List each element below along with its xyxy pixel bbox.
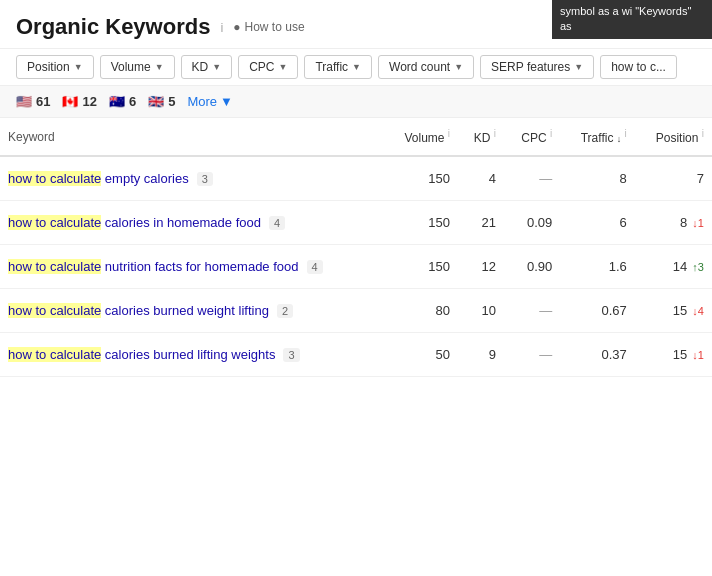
keywords-table-container: Keyword Volume i KD i CPC i Traffic ↓ — [0, 118, 712, 377]
word-count-badge: 3 — [197, 172, 213, 186]
filters-row: Position ▼ Volume ▼ KD ▼ CPC ▼ Traffic ▼… — [0, 48, 712, 86]
keyword-plain: calories burned lifting weights — [101, 347, 275, 362]
us-count: 61 — [36, 94, 50, 109]
flag-gb[interactable]: 🇬🇧 5 — [148, 94, 175, 109]
keyword-plain: empty calories — [101, 171, 188, 186]
chevron-down-icon: ▼ — [212, 62, 221, 72]
ca-flag-icon: 🇨🇦 — [62, 94, 78, 109]
info-icon: i — [550, 128, 552, 139]
filter-position[interactable]: Position ▼ — [16, 55, 94, 79]
more-label: More — [187, 94, 217, 109]
kd-cell: 12 — [458, 245, 504, 289]
keywords-table: Keyword Volume i KD i CPC i Traffic ↓ — [0, 118, 712, 377]
keyword-highlight: how to calculate — [8, 259, 101, 274]
how-to-use-label: How to use — [245, 20, 305, 34]
col-keyword: Keyword — [0, 118, 384, 156]
gb-flag-icon: 🇬🇧 — [148, 94, 164, 109]
sort-desc-icon: ↓ — [617, 134, 622, 144]
col-position: Position i — [635, 118, 712, 156]
filter-traffic[interactable]: Traffic ▼ — [304, 55, 372, 79]
more-button[interactable]: More ▼ — [187, 94, 233, 109]
filter-serp-features[interactable]: SERP features ▼ — [480, 55, 594, 79]
word-count-badge: 4 — [269, 216, 285, 230]
keyword-cell: how to calculate calories burned lifting… — [0, 333, 384, 377]
chevron-down-icon: ▼ — [155, 62, 164, 72]
position-change: ↓4 — [689, 305, 704, 317]
us-flag-icon: 🇺🇸 — [16, 94, 32, 109]
keyword-link[interactable]: how to calculate nutrition facts for hom… — [8, 259, 299, 274]
word-count-badge: 4 — [307, 260, 323, 274]
keyword-link[interactable]: how to calculate calories burned weight … — [8, 303, 269, 318]
position-change: ↓1 — [689, 217, 704, 229]
position-cell: 14 ↑3 — [635, 245, 712, 289]
page-title: Organic Keywords — [16, 14, 210, 40]
filter-how-to[interactable]: how to c... — [600, 55, 677, 79]
filter-serp-label: SERP features — [491, 60, 570, 74]
col-volume: Volume i — [384, 118, 458, 156]
traffic-cell: 8 — [560, 156, 635, 201]
filter-cpc-label: CPC — [249, 60, 274, 74]
flag-us[interactable]: 🇺🇸 61 — [16, 94, 50, 109]
how-to-use-link[interactable]: ● How to use — [233, 20, 304, 34]
word-count-badge: 3 — [283, 348, 299, 362]
filter-kd-label: KD — [192, 60, 209, 74]
table-row: how to calculate calories burned lifting… — [0, 333, 712, 377]
col-cpc: CPC i — [504, 118, 560, 156]
col-kd: KD i — [458, 118, 504, 156]
info-icon: i — [448, 128, 450, 139]
position-number: 7 — [697, 171, 704, 186]
filter-word-count[interactable]: Word count ▼ — [378, 55, 474, 79]
flag-au[interactable]: 🇦🇺 6 — [109, 94, 136, 109]
keyword-cell: how to calculate calories burned weight … — [0, 289, 384, 333]
info-icon: i — [625, 128, 627, 139]
col-traffic[interactable]: Traffic ↓ i — [560, 118, 635, 156]
position-number: 14 — [673, 259, 687, 274]
position-number: 8 — [680, 215, 687, 230]
gb-count: 5 — [168, 94, 175, 109]
volume-cell: 50 — [384, 333, 458, 377]
position-number: 15 — [673, 303, 687, 318]
volume-cell: 150 — [384, 201, 458, 245]
traffic-cell: 6 — [560, 201, 635, 245]
keyword-link[interactable]: how to calculate calories in homemade fo… — [8, 215, 261, 230]
word-count-badge: 2 — [277, 304, 293, 318]
keyword-cell: how to calculate calories in homemade fo… — [0, 201, 384, 245]
chevron-down-icon: ▼ — [74, 62, 83, 72]
cpc-cell: — — [504, 156, 560, 201]
flag-ca[interactable]: 🇨🇦 12 — [62, 94, 96, 109]
ca-count: 12 — [82, 94, 96, 109]
filter-cpc[interactable]: CPC ▼ — [238, 55, 298, 79]
header-section: Organic Keywords i ● How to use — [0, 0, 712, 48]
filter-kd[interactable]: KD ▼ — [181, 55, 233, 79]
chevron-down-icon: ▼ — [220, 94, 233, 109]
filter-volume[interactable]: Volume ▼ — [100, 55, 175, 79]
filter-word-count-label: Word count — [389, 60, 450, 74]
info-icon[interactable]: i — [220, 20, 223, 35]
traffic-cell: 1.6 — [560, 245, 635, 289]
keyword-plain: calories burned weight lifting — [101, 303, 269, 318]
au-count: 6 — [129, 94, 136, 109]
kd-cell: 9 — [458, 333, 504, 377]
cpc-cell: — — [504, 333, 560, 377]
keyword-highlight: how to calculate — [8, 171, 101, 186]
keyword-link[interactable]: how to calculate empty calories — [8, 171, 189, 186]
info-icon: i — [494, 128, 496, 139]
volume-cell: 150 — [384, 156, 458, 201]
filter-volume-label: Volume — [111, 60, 151, 74]
filter-position-label: Position — [27, 60, 70, 74]
question-circle-icon: ● — [233, 20, 240, 34]
cpc-cell: — — [504, 289, 560, 333]
cpc-cell: 0.09 — [504, 201, 560, 245]
keyword-cell: how to calculate nutrition facts for hom… — [0, 245, 384, 289]
keyword-plain: calories in homemade food — [101, 215, 261, 230]
kd-cell: 21 — [458, 201, 504, 245]
kd-cell: 10 — [458, 289, 504, 333]
au-flag-icon: 🇦🇺 — [109, 94, 125, 109]
position-cell: 7 — [635, 156, 712, 201]
chevron-down-icon: ▼ — [352, 62, 361, 72]
table-row: how to calculate empty calories31504—87 — [0, 156, 712, 201]
traffic-cell: 0.37 — [560, 333, 635, 377]
flags-row: 🇺🇸 61 🇨🇦 12 🇦🇺 6 🇬🇧 5 More ▼ — [0, 86, 712, 118]
keyword-link[interactable]: how to calculate calories burned lifting… — [8, 347, 275, 362]
chevron-down-icon: ▼ — [574, 62, 583, 72]
